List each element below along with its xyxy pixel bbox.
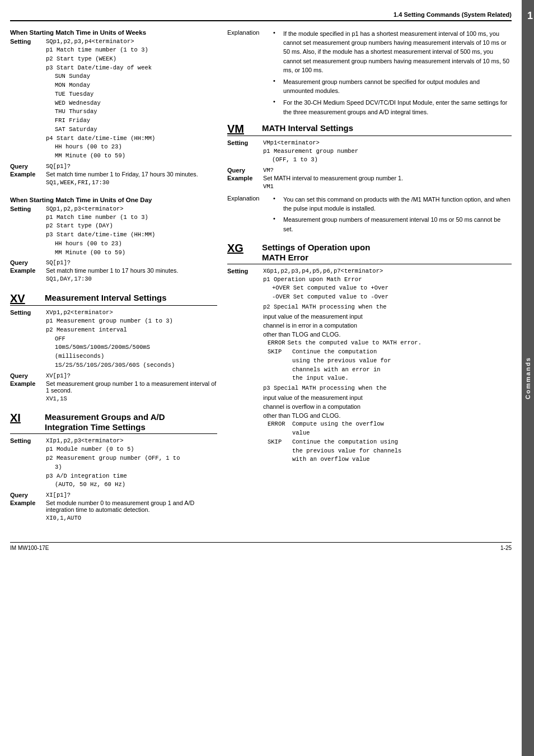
xi-setting-row: Setting XIp1,p2,p3<terminator> — [10, 437, 217, 444]
xi-title-line1: Measurement Groups and A/D — [45, 412, 165, 422]
xg-code: XG — [227, 242, 254, 254]
xi-example-label: Example — [10, 500, 41, 513]
xg-p3-skip-row: SKIP Continue the computation using the … — [227, 438, 512, 464]
sq-day-setting-val: SQp1,p2,p3<terminator> — [46, 206, 124, 212]
xg-p2-error-row: ERROR Sets the computed value to MATH er… — [227, 339, 512, 348]
sq-weeks-p4: p4 Start date/time-time (HH:MM) — [10, 134, 217, 143]
vm-example-row: Example Set MATH interval to measurement… — [227, 175, 512, 181]
xv-query-label: Query — [10, 372, 41, 379]
sq-expl-bullet3: • — [273, 98, 279, 116]
sq-weeks-hh: HH hours (00 to 23) — [10, 143, 217, 152]
xv-setting-val: XVp1,p2<terminator> — [46, 309, 113, 316]
sq-weeks-example-label: Example — [10, 171, 41, 178]
xg-p1-minus: -OVER Set computed value to -Over — [227, 293, 512, 302]
xg-p3-skip-t2: the previous value for channels — [292, 447, 401, 456]
xg-p2-skip-text: Continue the computation using the previ… — [292, 348, 391, 383]
xg-p3-skip-texts: Continue the computation using the previ… — [292, 438, 401, 464]
vm-example-code: VM1 — [227, 183, 512, 192]
sq-expl-row1: Explanation • If the module specified in… — [227, 29, 512, 74]
sq-weeks-fri: FRI Friday — [10, 116, 217, 125]
sq-expl-text2: Measurement group numbers cannot be spec… — [283, 77, 512, 95]
sq-weeks-p3: p3 Start Date/time-day of week — [10, 64, 217, 73]
vm-example-text: Set MATH interval to measurement group n… — [263, 175, 403, 181]
sq-weeks-p2: p2 Start type (WEEK) — [10, 55, 217, 64]
vm-block: VM MATH Interval Settings Setting VMp1<t… — [227, 123, 512, 234]
tab-label: Commands — [524, 357, 531, 399]
sq-expl-row2: • Measurement group numbers cannot be sp… — [227, 77, 512, 95]
footer-right: 1-25 — [500, 545, 512, 551]
xv-ms-label: (milliseconds) — [10, 352, 217, 361]
sq-explanation-block: Explanation • If the module specified in… — [227, 29, 512, 116]
xv-ms: 10mS/50mS/100mS/200mS/500mS — [10, 343, 217, 352]
xg-p2-error-label: ERROR — [268, 339, 285, 348]
xg-p2-label: p2 Special MATH processing when the — [227, 303, 512, 312]
xv-example-code: XV1,1S — [10, 395, 217, 404]
sq-weeks-title: When Starting Match Time in Units of Wee… — [10, 29, 217, 36]
vm-expl-row2: • Measurement group numbers of measureme… — [227, 215, 512, 233]
xv-p1: p1 Measurement group number (1 to 3) — [10, 317, 217, 326]
xi-example-text: Set module number 0 to measurement group… — [46, 500, 217, 513]
sq-day-query-row: Query SQ[p1]? — [10, 259, 217, 266]
vm-expl-bullet2: • — [273, 215, 279, 233]
vm-setting-val: VMp1<terminator> — [263, 139, 320, 146]
two-col-layout: When Starting Match Time in Units of Wee… — [10, 29, 512, 532]
footer: IM MW100-17E 1-25 — [10, 542, 512, 551]
sq-day-p2: p2 Start type (DAY) — [10, 222, 217, 231]
page-container: 1.4 Setting Commands (System Related) Wh… — [0, 0, 534, 756]
xg-p3-text1: input value of the measurement input — [227, 393, 512, 402]
right-tab: 1 Commands — [522, 0, 534, 756]
vm-query-label: Query — [227, 167, 259, 174]
sq-day-p1: p1 Match time number (1 to 3) — [10, 213, 217, 222]
sq-expl-text1: If the module specified in p1 has a shor… — [283, 29, 512, 74]
vm-expl-bullet1: • — [273, 195, 279, 213]
sq-weeks-block: When Starting Match Time in Units of Wee… — [10, 29, 217, 188]
sq-expl-text3: For the 30-CH Medium Speed DCV/TC/DI Inp… — [283, 98, 512, 116]
xg-p2-text3: other than TLOG and CLOG. — [227, 330, 512, 339]
vm-query-row: Query VM? — [227, 167, 512, 174]
sq-weeks-sat: SAT Saturday — [10, 125, 217, 134]
xg-p1-plus: +OVER Set computed value to +Over — [227, 284, 512, 293]
vm-expl-text2: Measurement group numbers of measurement… — [283, 215, 512, 233]
xi-setting-label: Setting — [10, 437, 41, 444]
xg-p3-error-label: ERROR — [268, 420, 290, 438]
sq-weeks-mm: MM Minute (00 to 59) — [10, 152, 217, 161]
vm-expl-row1: Explanation • You can set this command o… — [227, 195, 512, 213]
xv-heading: XV Measurement Interval Settings — [10, 293, 217, 306]
vm-heading: VM MATH Interval Settings — [227, 123, 512, 136]
xg-p3-error-texts: Compute using the overflow value — [292, 420, 384, 438]
vm-title: MATH Interval Settings — [262, 123, 353, 133]
sq-day-setting-label: Setting — [10, 206, 41, 212]
xg-setting-label: Setting — [227, 268, 259, 274]
sq-weeks-setting-label: Setting — [10, 38, 41, 45]
xg-block: XG Settings of Operation upon MATH Error… — [227, 242, 512, 464]
sq-weeks-example-row: Example Set match time number 1 to Frida… — [10, 171, 217, 178]
sq-weeks-p1: p1 Match time number (1 to 3) — [10, 46, 217, 55]
sq-expl-bullet2: • — [273, 77, 279, 95]
right-column: Explanation • If the module specified in… — [227, 29, 512, 532]
sq-weeks-mon: MON Monday — [10, 81, 217, 90]
sq-day-title: When Starting Match Time in Units of One… — [10, 197, 217, 203]
xi-example-row: Example Set module number 0 to measureme… — [10, 500, 217, 513]
xi-code: XI — [10, 412, 37, 423]
xi-query-label: Query — [10, 492, 41, 498]
sq-weeks-sun: SUN Sunday — [10, 72, 217, 81]
sq-weeks-setting-val: SQp1,p2,p3,p4<terminator> — [46, 38, 134, 45]
xv-query-row: Query XV[p1]? — [10, 372, 217, 379]
xv-query-val: XV[p1]? — [46, 372, 71, 379]
vm-expl-text1: You can set this command on products wit… — [283, 195, 512, 213]
xg-p2-error-text: Sets the computed value to MATH error. — [288, 339, 421, 348]
xv-setting-row: Setting XVp1,p2<terminator> — [10, 309, 217, 316]
xg-title-line1: Settings of Operation upon — [262, 242, 370, 252]
xi-heading: XI Measurement Groups and A/D Integratio… — [10, 412, 217, 434]
xi-title: Measurement Groups and A/D Integration T… — [45, 412, 165, 432]
xi-example-code: XI0,1,AUTO — [10, 514, 217, 523]
xi-block: XI Measurement Groups and A/D Integratio… — [10, 412, 217, 523]
xg-p2-text2: channel is in error in a computation — [227, 321, 512, 330]
vm-setting-label: Setting — [227, 139, 259, 146]
xi-setting-val: XIp1,p2,p3<terminator> — [46, 437, 124, 444]
sq-day-example-code: SQ1,DAY,17:30 — [10, 275, 217, 284]
sq-weeks-wed: WED Wednesday — [10, 99, 217, 108]
xg-p2-skip-row: SKIP Continue the computation using the … — [227, 348, 512, 383]
sq-weeks-example-code: SQ1,WEEK,FRI,17:30 — [10, 179, 217, 188]
tab-number: 1 — [527, 10, 533, 22]
